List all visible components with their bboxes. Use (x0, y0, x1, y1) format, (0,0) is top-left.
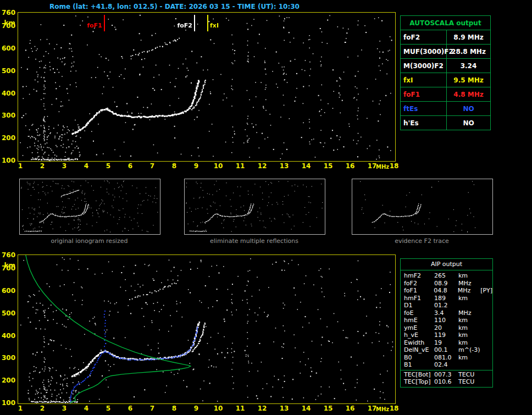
autoscala-row-value: 3.24 (447, 62, 490, 70)
x-tick-label: 14 (302, 162, 311, 170)
aip-row: B0081.0km (401, 354, 492, 362)
aip-row: hmE110km (401, 317, 492, 324)
aip-value: 08.9 (434, 280, 458, 287)
y-tick-label: 500 (1, 67, 15, 75)
aip-unit: km (458, 339, 481, 347)
autoscala-row-muf3000f2: MUF(3000)F2 28.8 MHz (401, 44, 490, 58)
aip-param: hmF1 (401, 295, 434, 302)
thumbnail-f2-trace (352, 179, 493, 235)
aip-unit: m^(-3) (458, 346, 481, 354)
aip-extra (481, 354, 492, 362)
aip-unit: km (458, 331, 481, 339)
y-tick-label: 100 (1, 157, 15, 164)
x-tick-label: 4 (84, 162, 88, 170)
autoscala-row-foF2: foF2 8.9 MHz (401, 30, 490, 44)
autoscala-row-label: ftEs (401, 102, 447, 115)
aip-param: foF1 (401, 287, 434, 295)
aip-param: ymE (401, 324, 434, 332)
aip-value: 02.4 (434, 361, 458, 369)
x-tick-label: 9 (194, 162, 198, 170)
x-tick-label: 2 (40, 405, 45, 412)
aip-separator (401, 370, 492, 370)
y-tick-label: 600 (1, 45, 15, 52)
top-ionogram-canvas (18, 13, 395, 161)
thumbnail-eliminate-reflections (184, 179, 325, 235)
aip-row: hmF2265km (401, 272, 492, 280)
aip-tec-value: 010.6 (434, 378, 458, 386)
autoscala-app-screen: Rome (lat: +41.8, lon: 012.5) - DATE: 20… (0, 0, 532, 415)
autoscala-row-value: 28.8 MHz (447, 48, 490, 56)
y-tick-label: 200 (1, 134, 15, 142)
thumbnail-caption-original: original ionogram resized (19, 237, 160, 245)
aip-param: foF2 (401, 280, 434, 287)
y-tick-label: 300 (1, 354, 15, 362)
x-tick-label: 15 (324, 162, 333, 170)
x-tick-label: 1 (18, 405, 23, 412)
x-tick-label: 1 (18, 162, 23, 170)
aip-value: 04.8 (434, 287, 457, 295)
aip-row: foF104.8MHz[PY] (401, 287, 492, 295)
x-tick-label: 8 (172, 162, 176, 170)
aip-extra (481, 272, 492, 280)
y-tick-label: 600 (1, 287, 15, 295)
aip-row: h_vE119km (401, 331, 492, 339)
aip-row: hmF1189km (401, 295, 492, 302)
autoscala-row-label: h'Es (401, 116, 447, 130)
aip-param: h_vE (401, 331, 434, 339)
aip-extra (481, 309, 492, 317)
x-tick-label: 4 (84, 405, 88, 412)
autoscala-table-title: AUTOSCALA output (409, 19, 481, 27)
thumbnail-f2-canvas (352, 179, 492, 234)
x-tick-label: 7 (150, 405, 154, 412)
aip-extra (481, 346, 492, 354)
aip-output-table: AIP output hmF2265kmfoF208.9MHzfoF104.8M… (400, 258, 493, 388)
aip-table-title: AIP output (401, 259, 492, 270)
x-tick-label: 18 (390, 405, 399, 412)
thumbnail-eliminate-canvas (185, 179, 325, 234)
autoscala-row-value: NO (447, 119, 490, 127)
autoscala-row-label: foF2 (401, 30, 447, 44)
aip-extra (481, 317, 492, 324)
x-tick-label: 13 (280, 162, 289, 170)
x-tick-label: 6 (128, 405, 132, 412)
autoscala-row-foF1: foF1 4.8 MHz (401, 87, 490, 101)
aip-value: 110 (434, 317, 458, 324)
autoscala-row-value: 8.9 MHz (447, 34, 490, 41)
y-tick-label: 200 (1, 377, 15, 384)
thumbnail-original-ionogram (19, 179, 160, 235)
aip-unit (458, 361, 481, 369)
aip-extra (481, 302, 492, 309)
foF1-marker-label: foF1 (87, 22, 102, 29)
x-axis-unit-label: MHz (376, 164, 389, 170)
aip-param: B0 (401, 354, 434, 362)
autoscala-table-title-row: AUTOSCALA output (401, 16, 490, 30)
x-tick-label: 3 (62, 162, 66, 170)
bottom-ionogram-canvas (18, 255, 395, 403)
page-title: Rome (lat: +41.8, lon: 012.5) - DATE: 20… (49, 3, 300, 10)
aip-rows: hmF2265kmfoF208.9MHzfoF104.8MHz[PY]hmF11… (401, 272, 492, 369)
aip-param: D1 (401, 302, 434, 309)
x-tick-label: 2 (40, 162, 45, 170)
aip-extra (481, 339, 492, 347)
aip-tec-param: TEC[Top] (401, 378, 434, 386)
aip-extra: [PY] (480, 287, 492, 295)
aip-row: B102.4 (401, 361, 492, 369)
aip-unit: km (458, 272, 481, 280)
x-tick-label: 8 (172, 405, 176, 412)
aip-unit: MHz (458, 280, 481, 287)
aip-extra (481, 295, 492, 302)
aip-value: 19 (434, 339, 458, 347)
autoscala-row-ftEs: ftEs NO (401, 101, 490, 115)
aip-unit: MHz (458, 287, 481, 295)
x-tick-label: 13 (280, 405, 289, 412)
aip-tec-unit: TECU (458, 378, 481, 386)
aip-extra (481, 361, 492, 369)
aip-tec-unit: TECU (458, 371, 481, 379)
x-tick-label: 7 (150, 162, 154, 170)
x-tick-label: 11 (236, 405, 245, 412)
aip-tec-row: TEC[Top]010.6TECU (401, 378, 492, 386)
aip-value: 01.2 (434, 302, 458, 309)
autoscala-row-label: fxI (401, 73, 447, 87)
aip-param: B1 (401, 361, 434, 369)
aip-value: 189 (434, 295, 458, 302)
